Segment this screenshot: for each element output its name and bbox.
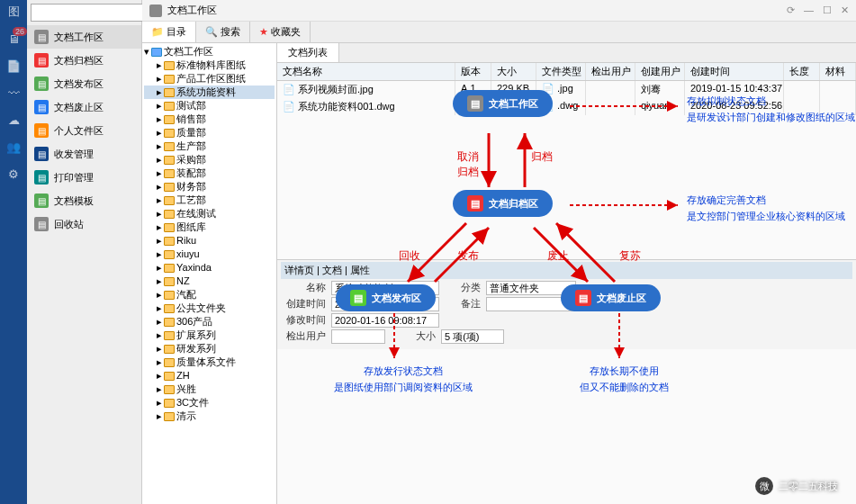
tree-node[interactable]: ▸测试部 <box>144 99 275 112</box>
tree-node[interactable]: ▸ZH <box>144 369 275 382</box>
sidebar-item-7[interactable]: ▤文档模板 <box>27 189 141 212</box>
tree-node[interactable]: ▸Riku <box>144 234 275 248</box>
main: 文档工作区 ⟳ — ☐ ✕ 📁目录 🔍搜索 ★收藏夹 ▾文档工作区▸标准物料库图… <box>142 0 856 504</box>
note-abolish: 存放长期不使用但又不能删除的文档 <box>547 363 700 395</box>
tab-catalog[interactable]: 📁目录 <box>142 22 196 42</box>
tree-node[interactable]: ▸质量体系文件 <box>144 356 275 369</box>
logo-icon: 图 <box>5 4 22 20</box>
tab-fav[interactable]: ★收藏夹 <box>250 22 311 42</box>
titlebar: 文档工作区 ⟳ — ☐ ✕ <box>142 0 856 22</box>
prop-checkout[interactable] <box>331 329 385 344</box>
table-header: 文档名称版本大小文件类型检出用户创建用户创建时间长度材料 <box>277 63 856 81</box>
prop-header: 详情页 | 文档 | 属性 <box>281 262 852 279</box>
prop-ctime[interactable] <box>331 297 439 311</box>
watermark: 微 二零二五科技 <box>755 477 838 495</box>
alert-icon[interactable]: 🖥 <box>5 31 22 47</box>
note-publish: 存放发行状态文档是图纸使用部门调阅资料的区域 <box>309 363 498 395</box>
tree-node[interactable]: ▸系统功能资料 <box>144 86 275 99</box>
minimize-icon[interactable]: — <box>804 4 814 16</box>
doc-icon[interactable]: 📄 <box>5 58 22 74</box>
tab-search[interactable]: 🔍搜索 <box>196 22 250 42</box>
tree-node[interactable]: ▸销售部 <box>144 112 275 126</box>
cloud-icon[interactable]: ☁ <box>5 112 22 128</box>
gear-icon[interactable]: ⚙ <box>5 166 22 182</box>
tree-node[interactable]: ▸扩展系列 <box>144 328 275 342</box>
left-rail: 图 🖥 📄 〰 ☁ 👥 ⚙ <box>0 0 27 504</box>
tree-node[interactable]: ▸研发系列 <box>144 342 275 356</box>
sidebar-item-3[interactable]: ▤文档废止区 <box>27 95 141 119</box>
tree-node[interactable]: ▸兴胜 <box>144 382 275 396</box>
tree-node[interactable]: ▸装配部 <box>144 166 275 180</box>
prop-utime[interactable] <box>331 313 439 328</box>
tree-node[interactable]: ▸标准物料库图纸 <box>144 58 275 72</box>
tree-node[interactable]: ▸306产品 <box>144 315 275 328</box>
prop-size[interactable] <box>441 329 504 344</box>
tree-node[interactable]: ▸3C文件 <box>144 396 275 410</box>
property-panel: 详情页 | 文档 | 属性 名称分类 创建时间备注 修改时间 检出用户大小 <box>277 259 856 349</box>
sidebar-item-5[interactable]: ▤收发管理 <box>27 142 141 166</box>
prop-cat[interactable] <box>486 281 576 295</box>
sidebar-item-8[interactable]: ▤回收站 <box>27 212 141 236</box>
wechat-icon: 微 <box>755 477 773 495</box>
right-panel: 文档列表 文档名称版本大小文件类型检出用户创建用户创建时间长度材料 📄 系列视频… <box>277 43 856 504</box>
tree-node[interactable]: ▸Yaxinda <box>144 261 275 274</box>
tabbar: 📁目录 🔍搜索 ★收藏夹 <box>142 22 856 43</box>
page-title: 文档工作区 <box>167 4 217 17</box>
tree-node[interactable]: ▸采购部 <box>144 153 275 166</box>
tab-doclist[interactable]: 文档列表 <box>277 43 339 62</box>
sidebar-item-0[interactable]: ▤文档工作区 <box>27 25 141 49</box>
maximize-icon[interactable]: ☐ <box>823 4 832 16</box>
title-icon <box>149 4 162 17</box>
tree-node[interactable]: ▸在线测试 <box>144 207 275 220</box>
tree-node[interactable]: ▸xiuyu <box>144 248 275 261</box>
sidebar-item-4[interactable]: ▤个人文件区 <box>27 119 141 142</box>
tree-node[interactable]: ▸公共文件夹 <box>144 302 275 315</box>
tree-node[interactable]: ▸汽配 <box>144 288 275 302</box>
sidebar-item-6[interactable]: ▤打印管理 <box>27 166 141 189</box>
tree-node[interactable]: ▸质量部 <box>144 126 275 140</box>
bubble-archive: ▤文档归档区 <box>453 190 553 217</box>
sidebar-item-1[interactable]: ▤文档归档区 <box>27 49 141 72</box>
refresh-icon[interactable]: ⟳ <box>787 4 795 16</box>
tree-node[interactable]: ▸图纸库 <box>144 220 275 234</box>
folder-tree[interactable]: ▾文档工作区▸标准物料库图纸▸产品工作区图纸▸系统功能资料▸测试部▸销售部▸质量… <box>142 43 277 504</box>
table-row[interactable]: 📄 系统功能资料001.dwgA.173 KB📄 .dwgqiyuan2020-… <box>277 98 856 115</box>
tree-node[interactable]: ▸工艺部 <box>144 194 275 207</box>
tree-node[interactable]: ▸NZ <box>144 274 275 288</box>
chart-icon[interactable]: 〰 <box>5 85 22 101</box>
tree-node[interactable]: ▸财务部 <box>144 180 275 194</box>
sidebar-item-2[interactable]: ▤文档发布区 <box>27 72 141 95</box>
table-row[interactable]: 📄 系列视频封面.jpgA.1229 KB📄 .jpg刘骞2019-01-15 … <box>277 81 856 98</box>
note-archive: 存放确定完善文档是文控部门管理企业核心资料的区域 <box>687 192 845 224</box>
tree-node[interactable]: ▸清示 <box>144 410 275 423</box>
tree-node[interactable]: ▸产品工作区图纸 <box>144 72 275 86</box>
prop-note[interactable] <box>486 297 576 311</box>
prop-name[interactable] <box>331 281 439 295</box>
close-icon[interactable]: ✕ <box>841 4 849 16</box>
sidebar: 🔍 ▤文档工作区▤文档归档区▤文档发布区▤文档废止区▤个人文件区▤收发管理▤打印… <box>27 0 142 504</box>
users-icon[interactable]: 👥 <box>5 139 22 155</box>
tree-node[interactable]: ▸生产部 <box>144 140 275 153</box>
